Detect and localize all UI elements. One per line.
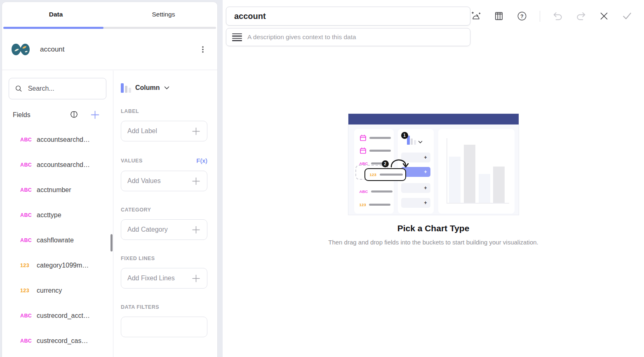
tab-data[interactable]: Data (2, 11, 110, 18)
mini-bar (493, 167, 505, 203)
chart-builder-illustration: ABC ABC 123 + + (348, 113, 519, 215)
buckets-column: Column LABEL Add Label VALUES F(x) Add V… (113, 70, 217, 357)
field-type-badge: ABC (20, 313, 31, 319)
kebab-icon (199, 45, 207, 54)
field-type-badge: ABC (20, 237, 31, 243)
field-item[interactable]: 123 currency (2, 278, 113, 303)
search-icon (15, 84, 23, 93)
column-chart-icon (121, 83, 131, 93)
plus-icon (191, 176, 201, 186)
add-category-dropzone[interactable]: Add Category (121, 219, 207, 240)
add-values-dropzone[interactable]: Add Values (121, 171, 207, 191)
data-filters-section-title: DATA FILTERS (121, 304, 159, 310)
checkmark-icon (622, 11, 632, 21)
field-item[interactable]: ABC cashflowrate (2, 228, 113, 253)
close-icon (599, 11, 609, 21)
mini-y-axis (447, 138, 447, 204)
mini-x-axis (447, 203, 509, 204)
add-category-placeholder: Add Category (127, 226, 168, 233)
chart-type-select[interactable]: Column (121, 83, 207, 93)
fx-button[interactable]: F(x) (196, 157, 207, 164)
add-fixed-lines-dropzone[interactable]: Add Fixed Lines (121, 268, 207, 289)
field-type-badge: ABC (20, 187, 31, 193)
active-tab-indicator (3, 27, 103, 29)
description-field (226, 28, 470, 46)
drag-arrow-icon (389, 153, 410, 172)
chevron-down-icon (164, 86, 169, 90)
toolbar-divider (540, 11, 540, 22)
field-name: accountsearchd… (37, 161, 90, 169)
field-item[interactable]: ABC accttype (2, 202, 113, 228)
description-input[interactable] (247, 33, 464, 41)
ai-suggest-icon[interactable] (69, 110, 79, 120)
fields-scrollbar[interactable] (110, 234, 113, 251)
add-field-icon[interactable] (90, 110, 100, 120)
field-type-badge: ABC (360, 189, 368, 194)
undo-icon (552, 11, 563, 21)
canvas-toolbar: ? (470, 7, 632, 26)
new-visualization-button[interactable] (470, 11, 481, 21)
field-search-input[interactable] (28, 85, 100, 92)
field-item[interactable]: ABC accountsearchd… (2, 127, 113, 152)
help-button[interactable]: ? (517, 11, 527, 21)
new-visualization-icon (470, 10, 481, 22)
label-section-title: LABEL (121, 108, 139, 114)
mini-bar (479, 174, 490, 203)
confirm-button[interactable] (622, 11, 632, 21)
field-name: custrecord_acct… (37, 312, 90, 319)
field-name: accountsearchd… (37, 136, 90, 143)
dataset-logo-icon (11, 43, 30, 56)
illustration-chart-card (438, 129, 515, 214)
visualization-title-input[interactable] (226, 7, 470, 26)
field-name: accttype (37, 211, 61, 219)
dataset-menu-button[interactable] (197, 44, 208, 55)
table-view-icon (494, 11, 504, 21)
empty-state-subtext: Then drag and drop fields into the bucke… (223, 239, 644, 246)
add-data-filters-dropzone[interactable] (121, 317, 207, 337)
svg-text:?: ? (520, 14, 523, 19)
chart-type-label: Column (135, 84, 160, 92)
step-1-badge: 1 (401, 132, 408, 139)
illustration-header-bar (348, 114, 519, 124)
field-name: category1099m… (37, 262, 89, 269)
field-name: acctnumber (37, 186, 71, 194)
field-type-badge: ABC (20, 162, 31, 168)
fields-title: Fields (13, 111, 31, 119)
field-type-badge: ABC (20, 338, 31, 344)
field-item[interactable]: ABC acctnumber (2, 177, 113, 202)
add-fixed-lines-placeholder: Add Fixed Lines (127, 275, 175, 282)
field-item[interactable]: ABC accountsearchd… (2, 152, 113, 177)
dataset-header: account (2, 29, 217, 70)
close-button[interactable] (599, 11, 609, 21)
category-section-title: CATEGORY (121, 207, 151, 213)
visualization-canvas: ? (223, 0, 644, 357)
field-type-badge: 123 (20, 263, 31, 268)
field-name: cashflowrate (37, 237, 74, 244)
table-view-button[interactable] (494, 11, 504, 21)
field-item[interactable]: 123 category1099m… (2, 253, 113, 278)
add-label-dropzone[interactable]: Add Label (121, 121, 207, 141)
plus-icon (191, 127, 201, 136)
redo-button[interactable] (576, 11, 586, 21)
description-lines-icon (232, 33, 242, 41)
step-2-badge: 2 (382, 160, 389, 167)
field-item[interactable]: ABC custrecord_acct… (2, 303, 113, 328)
calendar-icon (360, 134, 367, 141)
tab-track (3, 27, 216, 29)
field-type-badge: 123 (20, 288, 31, 294)
empty-state-heading: Pick a Chart Type (223, 223, 644, 233)
field-type-badge: ABC (20, 137, 31, 143)
undo-button[interactable] (552, 11, 563, 21)
add-values-placeholder: Add Values (127, 177, 161, 185)
panel-tabs: Data Settings (2, 2, 217, 27)
tab-settings[interactable]: Settings (110, 11, 217, 18)
fixed-lines-section-title: FIXED LINES (121, 256, 155, 261)
mini-bucket-row: + (401, 183, 430, 193)
empty-state: ABC ABC 123 + + (223, 113, 644, 246)
mini-bucket-row: + (401, 198, 430, 208)
values-section-title: VALUES (121, 158, 143, 164)
field-item[interactable]: ABC custrecord_cas… (2, 328, 113, 353)
mini-chart-type-icon (407, 136, 423, 145)
add-label-placeholder: Add Label (127, 127, 157, 135)
field-type-badge: 123 (360, 202, 366, 207)
